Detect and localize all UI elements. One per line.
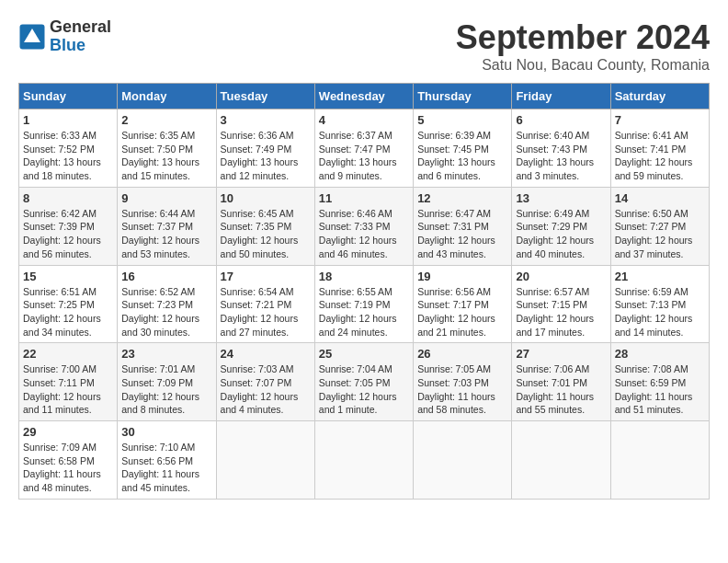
day-number: 15 [23,270,113,283]
day-number: 6 [516,113,606,127]
calendar-cell: 17 Sunrise: 6:54 AMSunset: 7:21 PMDaylig… [216,265,314,343]
day-number: 20 [516,270,606,283]
calendar-cell: 6 Sunrise: 6:40 AMSunset: 7:43 PMDayligh… [512,109,610,188]
day-number: 5 [417,113,507,127]
calendar-cell: 7 Sunrise: 6:41 AMSunset: 7:41 PMDayligh… [610,109,709,188]
day-detail: Sunrise: 7:03 AMSunset: 7:07 PMDaylight:… [221,363,299,415]
logo-icon [18,23,46,51]
calendar-cell: 29 Sunrise: 7:09 AMSunset: 6:58 PMDaylig… [19,421,118,500]
day-number: 30 [121,425,211,439]
day-detail: Sunrise: 6:33 AMSunset: 7:52 PMDaylight:… [23,130,101,181]
day-detail: Sunrise: 6:56 AMSunset: 7:17 PMDaylight:… [417,286,495,338]
calendar-cell: 27 Sunrise: 7:06 AMSunset: 7:01 PMDaylig… [512,343,610,421]
calendar-cell: 8 Sunrise: 6:42 AMSunset: 7:39 PMDayligh… [19,187,118,265]
day-detail: Sunrise: 7:10 AMSunset: 6:56 PMDaylight:… [121,442,199,493]
day-number: 1 [23,113,113,127]
calendar-cell: 11 Sunrise: 6:46 AMSunset: 7:33 PMDaylig… [314,187,413,265]
day-number: 9 [121,191,211,205]
day-number: 12 [417,191,507,205]
day-number: 28 [615,347,705,361]
day-detail: Sunrise: 6:40 AMSunset: 7:43 PMDaylight:… [516,130,594,181]
calendar-cell: 18 Sunrise: 6:55 AMSunset: 7:19 PMDaylig… [314,265,413,343]
calendar-cell [610,421,709,500]
calendar-cell: 1 Sunrise: 6:33 AMSunset: 7:52 PMDayligh… [19,109,118,188]
calendar-cell: 2 Sunrise: 6:35 AMSunset: 7:50 PMDayligh… [118,109,216,188]
day-detail: Sunrise: 6:50 AMSunset: 7:27 PMDaylight:… [615,208,693,259]
calendar-cell: 15 Sunrise: 6:51 AMSunset: 7:25 PMDaylig… [19,265,118,343]
day-detail: Sunrise: 6:51 AMSunset: 7:25 PMDaylight:… [23,286,101,338]
calendar-cell: 28 Sunrise: 7:08 AMSunset: 6:59 PMDaylig… [610,343,709,421]
day-number: 21 [615,270,705,283]
day-detail: Sunrise: 6:39 AMSunset: 7:45 PMDaylight:… [417,130,495,181]
day-detail: Sunrise: 6:52 AMSunset: 7:23 PMDaylight:… [121,286,199,338]
calendar-cell: 20 Sunrise: 6:57 AMSunset: 7:15 PMDaylig… [512,265,610,343]
day-detail: Sunrise: 6:55 AMSunset: 7:19 PMDaylight:… [319,286,397,338]
day-number: 25 [319,347,409,361]
col-header-wednesday: Wednesday [314,84,413,109]
day-detail: Sunrise: 6:35 AMSunset: 7:50 PMDaylight:… [121,130,199,181]
day-number: 11 [319,191,409,205]
calendar-cell: 30 Sunrise: 7:10 AMSunset: 6:56 PMDaylig… [118,421,216,500]
calendar-cell: 21 Sunrise: 6:59 AMSunset: 7:13 PMDaylig… [610,265,709,343]
day-number: 17 [221,270,311,283]
calendar-week-row: 15 Sunrise: 6:51 AMSunset: 7:25 PMDaylig… [19,265,710,343]
page-header: General Blue September 2024 Satu Nou, Ba… [18,18,710,74]
month-title: September 2024 [456,18,710,57]
day-detail: Sunrise: 7:04 AMSunset: 7:05 PMDaylight:… [319,363,397,415]
calendar-week-row: 8 Sunrise: 6:42 AMSunset: 7:39 PMDayligh… [19,187,710,265]
day-number: 16 [121,270,211,283]
day-detail: Sunrise: 6:46 AMSunset: 7:33 PMDaylight:… [319,208,397,259]
day-number: 13 [516,191,606,205]
calendar-cell: 23 Sunrise: 7:01 AMSunset: 7:09 PMDaylig… [118,343,216,421]
calendar-cell: 16 Sunrise: 6:52 AMSunset: 7:23 PMDaylig… [118,265,216,343]
calendar-cell: 26 Sunrise: 7:05 AMSunset: 7:03 PMDaylig… [414,343,512,421]
calendar-table: SundayMondayTuesdayWednesdayThursdayFrid… [18,83,710,500]
day-detail: Sunrise: 6:45 AMSunset: 7:35 PMDaylight:… [221,208,299,259]
calendar-header-row: SundayMondayTuesdayWednesdayThursdayFrid… [19,84,710,109]
day-number: 3 [221,113,311,127]
col-header-friday: Friday [512,84,610,109]
day-detail: Sunrise: 7:05 AMSunset: 7:03 PMDaylight:… [417,363,495,415]
title-block: September 2024 Satu Nou, Bacau County, R… [456,18,710,74]
calendar-cell [414,421,512,500]
day-detail: Sunrise: 7:00 AMSunset: 7:11 PMDaylight:… [23,363,101,415]
calendar-cell: 9 Sunrise: 6:44 AMSunset: 7:37 PMDayligh… [118,187,216,265]
day-number: 2 [121,113,211,127]
day-number: 14 [615,191,705,205]
calendar-cell: 3 Sunrise: 6:36 AMSunset: 7:49 PMDayligh… [216,109,314,188]
day-detail: Sunrise: 7:08 AMSunset: 6:59 PMDaylight:… [615,363,693,415]
col-header-saturday: Saturday [610,84,709,109]
day-detail: Sunrise: 6:47 AMSunset: 7:31 PMDaylight:… [417,208,495,259]
day-detail: Sunrise: 7:01 AMSunset: 7:09 PMDaylight:… [121,363,199,415]
calendar-cell [216,421,314,500]
calendar-cell: 19 Sunrise: 6:56 AMSunset: 7:17 PMDaylig… [414,265,512,343]
calendar-cell: 22 Sunrise: 7:00 AMSunset: 7:11 PMDaylig… [19,343,118,421]
day-detail: Sunrise: 6:49 AMSunset: 7:29 PMDaylight:… [516,208,594,259]
col-header-tuesday: Tuesday [216,84,314,109]
day-number: 10 [221,191,311,205]
location-title: Satu Nou, Bacau County, Romania [456,57,710,74]
logo: General Blue [18,18,111,55]
day-number: 27 [516,347,606,361]
calendar-week-row: 1 Sunrise: 6:33 AMSunset: 7:52 PMDayligh… [19,109,710,188]
day-detail: Sunrise: 7:09 AMSunset: 6:58 PMDaylight:… [23,442,101,493]
calendar-week-row: 22 Sunrise: 7:00 AMSunset: 7:11 PMDaylig… [19,343,710,421]
day-number: 22 [23,347,113,361]
calendar-cell: 10 Sunrise: 6:45 AMSunset: 7:35 PMDaylig… [216,187,314,265]
logo-text: General Blue [50,18,111,55]
day-detail: Sunrise: 6:57 AMSunset: 7:15 PMDaylight:… [516,286,594,338]
day-detail: Sunrise: 7:06 AMSunset: 7:01 PMDaylight:… [516,363,594,415]
calendar-cell [314,421,413,500]
day-detail: Sunrise: 6:59 AMSunset: 7:13 PMDaylight:… [615,286,693,338]
day-detail: Sunrise: 6:36 AMSunset: 7:49 PMDaylight:… [221,130,299,181]
day-detail: Sunrise: 6:54 AMSunset: 7:21 PMDaylight:… [221,286,299,338]
day-number: 7 [615,113,705,127]
col-header-thursday: Thursday [414,84,512,109]
calendar-cell: 14 Sunrise: 6:50 AMSunset: 7:27 PMDaylig… [610,187,709,265]
day-detail: Sunrise: 6:42 AMSunset: 7:39 PMDaylight:… [23,208,101,259]
day-number: 24 [221,347,311,361]
day-detail: Sunrise: 6:41 AMSunset: 7:41 PMDaylight:… [615,130,693,181]
calendar-cell: 5 Sunrise: 6:39 AMSunset: 7:45 PMDayligh… [414,109,512,188]
day-detail: Sunrise: 6:37 AMSunset: 7:47 PMDaylight:… [319,130,397,181]
logo-blue: Blue [50,37,111,55]
